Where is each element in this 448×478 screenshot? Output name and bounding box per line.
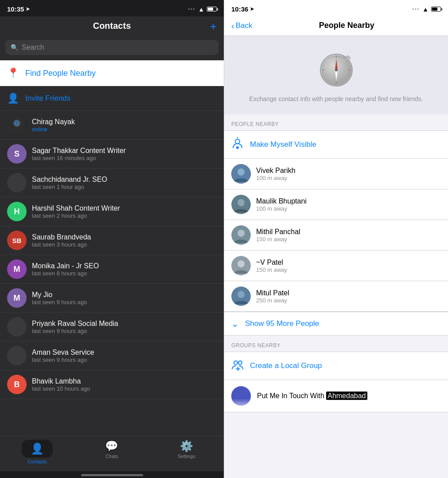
list-item[interactable]: H Harshil Shah Content Writer last seen … [0,197,224,226]
contact-name: Monika Jain - Jr SEO [32,262,217,270]
tab-chats-label: Chats [105,454,118,459]
battery-icon-left [207,7,217,12]
tab-settings-label: Settings [178,454,195,459]
list-item[interactable]: Vivek Parikh 100 m away [224,159,448,189]
tab-contacts[interactable]: 👤 Contacts [0,440,74,464]
svg-point-15 [236,146,239,149]
dots-icon-right: ••• [413,7,420,12]
contact-status: online [32,126,217,133]
avatar [231,225,251,245]
svg-point-20 [238,199,245,206]
create-group-icon [231,358,244,373]
home-bar [81,474,143,476]
back-label: Back [236,21,253,30]
contacts-icon: 👤 [31,443,44,454]
settings-icon: ⚙️ [180,440,193,452]
contact-info: Monika Jain - Jr SEO last seen 8 hours a… [32,262,217,277]
wifi-icon-right: ▲ [422,6,429,13]
person-distance: 100 m away [256,175,441,181]
people-nearby-header-label: PEOPLE NEARBY [231,121,279,127]
list-item[interactable]: Mitul Patel 250 m away [224,281,448,312]
search-input-wrap[interactable]: 🔍 Search [5,40,218,55]
avatar: S [7,144,27,164]
list-item[interactable]: M Monika Jain - Jr SEO last seen 8 hours… [0,255,224,284]
contact-name: Bhavik Lambha [32,377,217,385]
list-item[interactable]: ~V Patel 150 m away [224,251,448,281]
list-item[interactable]: S Sagar Thakkar Content Writer last seen… [0,140,224,168]
contact-name: Sagar Thakkar Content Writer [32,147,217,155]
avatar: M [7,288,27,308]
person-info: ~V Patel 150 m away [256,259,441,273]
list-item[interactable]: B Bhavik Lambha last seen 10 hours ago [0,370,224,399]
contact-last-seen: last seen 3 hours ago [32,241,217,248]
list-item[interactable]: G Chirag Nayak online [0,111,224,140]
contact-last-seen: last seen 9 hours ago [32,357,217,363]
people-nearby-section-header: PEOPLE NEARBY [224,114,448,130]
list-item[interactable]: Maulik Bhuptani 100 m away [224,189,448,220]
tab-settings[interactable]: ⚙️ Settings [149,440,224,464]
make-myself-visible-label: Make Myself Visible [250,140,316,149]
back-button[interactable]: ‹ Back [231,21,252,30]
avatar: SB [7,231,27,250]
avatar: M [7,259,27,279]
person-name: Vivek Parikh [256,167,441,175]
contact-last-seen: last seen 1 hour ago [32,184,217,190]
find-people-nearby-label: Find People Nearby [25,69,96,78]
add-contact-button[interactable]: + [210,20,217,32]
chevron-down-icon: ⌄ [231,318,239,329]
find-people-nearby-row[interactable]: 📍 Find People Nearby [0,60,224,86]
avatar [7,173,27,192]
person-distance: 250 m away [256,297,441,304]
contact-name: Aman Seva Service [32,349,217,357]
list-item[interactable]: Aman Seva Service last seen 9 hours ago [0,341,224,370]
svg-point-26 [238,291,245,298]
put-in-touch-row[interactable]: Put Me In Touch With Ahmedabad [224,380,448,412]
person-name: Put Me In Touch With Ahmedabad [257,392,441,400]
list-item[interactable]: M My Jio last seen 9 hours ago [0,284,224,313]
person-distance: 150 m away [256,266,441,273]
create-local-group-row[interactable]: Create a Local Group [224,352,448,380]
make-myself-visible-row[interactable]: Make Myself Visible [224,130,448,159]
status-bar-right: 10:36 ➤ ••• ▲ [224,0,448,16]
person-info: Mithil Panchal 150 m away [256,228,441,243]
header-right: ‹ Back People Nearby [224,16,448,36]
contact-info: Harshil Shah Content Writer last seen 2 … [32,204,217,219]
invite-friends-icon: 👤 [7,93,19,104]
search-icon: 🔍 [11,44,18,51]
contact-last-seen: last seen 2 hours ago [32,212,217,219]
list-item[interactable]: SB Saurab Brandveda last seen 3 hours ag… [0,226,224,255]
groups-nearby-header-label: GROUPS NEARBY [231,342,280,349]
person-distance: 150 m away [256,236,441,243]
show-more-people-row[interactable]: ⌄ Show 95 More People [224,312,448,336]
right-panel: 10:36 ➤ ••• ▲ ‹ Back People Nearby [224,0,448,478]
list-item[interactable]: Mithil Panchal 150 m away [224,220,448,251]
avatar [231,386,251,406]
invite-friends-row[interactable]: 👤 Invite Friends [0,86,224,111]
time-left: 10:35 [7,5,24,13]
person-info: Put Me In Touch With Ahmedabad [257,392,441,400]
list-item[interactable]: Priyank Raval Social Media last seen 9 h… [0,313,224,341]
contact-info: Priyank Raval Social Media last seen 9 h… [32,320,217,334]
status-time-right: 10:36 ➤ [231,5,254,13]
svg-text:G: G [15,120,19,127]
svg-point-22 [238,230,245,237]
list-item[interactable]: Sachchidanand Jr. SEO last seen 1 hour a… [0,168,224,197]
person-name: ~V Patel [256,259,441,266]
avatar [231,286,251,306]
svg-point-7 [335,69,338,71]
search-placeholder: Search [22,43,44,51]
page-title-right: People Nearby [252,21,441,30]
avatar [231,164,251,184]
contact-last-seen: last seen 10 hours ago [32,385,217,392]
compass-icon [316,49,356,89]
tab-chats[interactable]: 💬 Chats [74,440,149,464]
svg-point-31 [231,386,251,406]
back-chevron-icon: ‹ [231,21,234,30]
avatar [7,346,27,365]
status-icons-right: ••• ▲ [413,6,441,13]
location-icon-right: ➤ [250,6,254,12]
hero-section: Exchange contact info with people nearby… [224,36,448,114]
person-info: Vivek Parikh 100 m away [256,167,441,181]
left-panel: 10:35 ➤ ••• ▲ Contacts + 🔍 Search 📍 Find… [0,0,224,478]
location-pin-icon: 📍 [7,67,19,79]
